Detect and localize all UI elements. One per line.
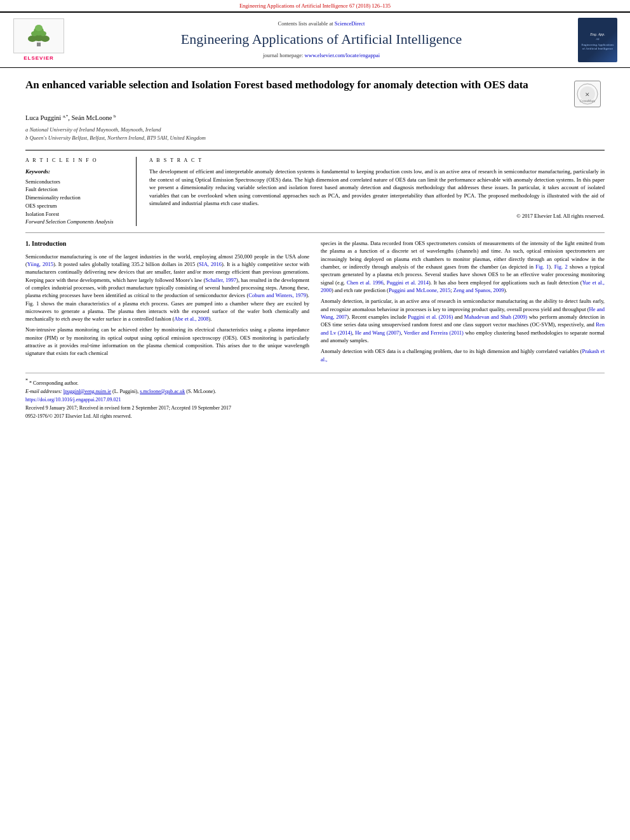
keyword-1: Semiconductors — [25, 178, 128, 186]
elsevier-logo — [13, 18, 64, 53]
svg-point-7 — [35, 25, 43, 31]
article-info: A R T I C L E I N F O Keywords: Semicond… — [25, 157, 137, 226]
journal-title: Engineering Applications of Artificial I… — [75, 30, 568, 50]
paper-title: An enhanced variable selection and Isola… — [25, 78, 566, 92]
ref-abe[interactable]: Abe et al., 2008 — [174, 316, 208, 322]
section-title-introduction: 1. Introduction — [25, 239, 309, 249]
ref-chen[interactable]: Chen et al. 1996 — [347, 279, 384, 286]
keywords-list: Semiconductors Fault detection Dimension… — [25, 178, 128, 227]
svg-text:✕: ✕ — [585, 91, 590, 98]
affiliation-a: a National University of Ireland Maynoot… — [25, 126, 605, 134]
issn-line: 0952-1976/© 2017 Elsevier Ltd. All right… — [25, 413, 605, 420]
ref-puggini14[interactable]: Puggini et al. 2014 — [387, 279, 429, 286]
email2-link[interactable]: s.mcloone@qub.ac.uk — [140, 389, 185, 394]
abstract-section: A B S T R A C T The development of effic… — [149, 157, 605, 226]
abstract-text: The development of efficient and interpr… — [149, 168, 605, 208]
right-p2: Anomaly detection, in particular, is an … — [321, 297, 605, 344]
copyright: © 2017 Elsevier Ltd. All rights reserved… — [149, 213, 605, 220]
ref-mahadevan[interactable]: Mahadevan and Shah (2009) — [464, 314, 527, 320]
keyword-5: Isolation Forest — [25, 210, 128, 218]
svg-point-5 — [31, 31, 37, 36]
keyword-3: Dimensionality reduction — [25, 194, 128, 202]
contents-line: Contents lists available at ScienceDirec… — [75, 20, 568, 28]
elsevier-logo-area: ELSEVIER — [10, 18, 67, 62]
svg-text:Eng. App.: Eng. App. — [589, 32, 605, 36]
article-body: A R T I C L E I N F O Keywords: Semicond… — [25, 150, 605, 226]
sciencedirect-link[interactable]: ScienceDirect — [335, 20, 365, 27]
doi-link[interactable]: https://doi.org/10.1016/j.engappai.2017.… — [25, 397, 121, 403]
intro-p1: Semiconductor manufacturing is one of th… — [25, 253, 309, 323]
intro-text-left: Semiconductor manufacturing is one of th… — [25, 253, 309, 357]
ref-schaller[interactable]: Schaller, 1997 — [205, 277, 236, 283]
email-line: E-mail addresses: lpugginl@eeng.nuim.ie … — [25, 388, 605, 395]
ref-verdier[interactable]: Verdier and Ferreira (2011) — [404, 330, 464, 336]
ref-prakash[interactable]: Prakash et al., — [321, 348, 605, 362]
abstract-title: A B S T R A C T — [149, 157, 605, 164]
ref-yiing[interactable]: Yiing, 2015 — [27, 261, 53, 267]
svg-text:CrossMark: CrossMark — [580, 99, 596, 103]
article-info-title: A R T I C L E I N F O — [25, 157, 128, 164]
svg-point-6 — [40, 31, 46, 36]
footer-section: * * Corresponding author. E-mail address… — [25, 373, 605, 420]
elsevier-tree-icon — [23, 25, 55, 47]
journal-citation: Engineering Applications of Artificial I… — [239, 3, 391, 9]
journal-header: ELSEVIER Contents lists available at Sci… — [0, 11, 630, 68]
citation-bar: Engineering Applications of Artificial I… — [0, 0, 630, 11]
main-columns: 1. Introduction Semiconductor manufactur… — [25, 232, 605, 366]
ref-puggini16[interactable]: Puggini et al. (2016) — [408, 314, 453, 320]
keyword-4: OES spectrum — [25, 202, 128, 210]
ref-he-wang[interactable]: He and Wang, 2007 — [321, 306, 605, 320]
crossmark-area: ✕ CrossMark — [574, 81, 605, 107]
doi-line: https://doi.org/10.1016/j.engappai.2017.… — [25, 396, 605, 403]
received-line: Received 9 January 2017; Received in rev… — [25, 404, 605, 411]
journal-logo-right: Eng. App. AI Engineering Applications of… — [575, 18, 620, 62]
journal-center: Contents lists available at ScienceDirec… — [75, 20, 568, 60]
author-names: Luca Puggini a,*, Seán McLoone b — [25, 114, 116, 121]
svg-point-3 — [41, 36, 50, 42]
col-right: species in the plasma. Data recorded fro… — [321, 239, 605, 366]
keyword-2: Fault detection — [25, 185, 128, 194]
authors-line: Luca Puggini a,*, Seán McLoone b — [25, 114, 605, 123]
journal-url[interactable]: www.elsevier.com/locate/engappai — [305, 52, 380, 58]
col-left: 1. Introduction Semiconductor manufactur… — [25, 239, 309, 366]
ref-zeng[interactable]: Zeng and Spanos, 2009 — [453, 287, 504, 293]
keyword-6: Forward Selection Components Analysis — [25, 218, 128, 226]
affiliations: a National University of Ireland Maynoot… — [25, 126, 605, 142]
ref-coburn[interactable]: Coburn and Winters, 1979 — [248, 292, 306, 298]
affiliation-b: b Queen's University Belfast, Belfast, N… — [25, 135, 605, 142]
paper-content: An enhanced variable selection and Isola… — [0, 68, 630, 428]
elsevier-label: ELSEVIER — [23, 55, 54, 62]
corresponding-label: * * Corresponding author. — [25, 377, 605, 387]
right-p1: species in the plasma. Data recorded fro… — [321, 239, 605, 294]
svg-point-2 — [28, 36, 37, 42]
ref-fig2[interactable]: Fig. 2 — [554, 263, 568, 270]
intro-p2: Non-intrusive plasma monitoring can be a… — [25, 326, 309, 357]
svg-text:AI: AI — [596, 37, 600, 41]
crossmark-icon: ✕ CrossMark — [575, 82, 600, 106]
ref-fig1-r[interactable]: Fig. 1 — [535, 263, 549, 270]
journal-logo-icon: Eng. App. AI — [588, 29, 607, 42]
keywords-title: Keywords: — [25, 168, 128, 176]
ref-puggini15[interactable]: Puggini and McLoone, 2015 — [389, 287, 450, 293]
logo-text: Engineering Applications of Artificial I… — [580, 43, 615, 51]
ref-sia[interactable]: SIA, 2016 — [199, 261, 222, 267]
paper-title-section: An enhanced variable selection and Isola… — [25, 78, 605, 107]
crossmark-logo: ✕ CrossMark — [574, 81, 601, 107]
journal-logo-box: Eng. App. AI Engineering Applications of… — [578, 18, 617, 62]
intro-text-right: species in the plasma. Data recorded fro… — [321, 239, 605, 363]
email1-link[interactable]: lpugginl@eeng.nuim.ie — [64, 389, 111, 394]
journal-homepage: journal homepage: www.elsevier.com/locat… — [75, 52, 568, 60]
ref-he-wang2[interactable]: He and Wang (2007) — [355, 330, 401, 336]
right-p3: Anomaly detection with OES data is a cha… — [321, 347, 605, 363]
